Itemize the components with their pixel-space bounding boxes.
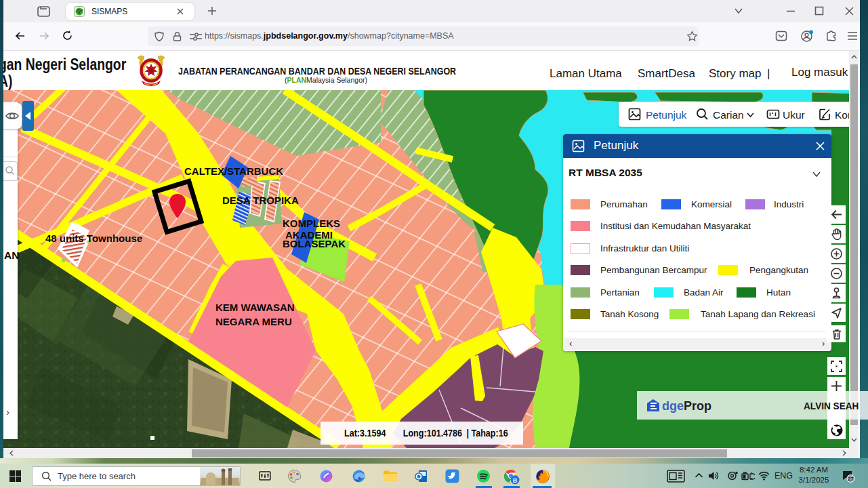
svg-text:KOMPLEKS: KOMPLEKS (283, 218, 340, 229)
svg-text:BOLASEPAK: BOLASEPAK (283, 238, 346, 249)
svg-text:DESA TROPIKA: DESA TROPIKA (222, 195, 299, 206)
svg-text:CALTEX/STARBUCK: CALTEX/STARBUCK (184, 165, 283, 177)
svg-text:48 units Townhouse: 48 units Townhouse (45, 232, 142, 244)
svg-text:B: B (513, 477, 518, 484)
svg-text:KEM WAWASAN: KEM WAWASAN (215, 302, 295, 313)
svg-text:27: 27 (848, 476, 853, 482)
svg-text:NEGARA MERU: NEGARA MERU (215, 316, 292, 327)
